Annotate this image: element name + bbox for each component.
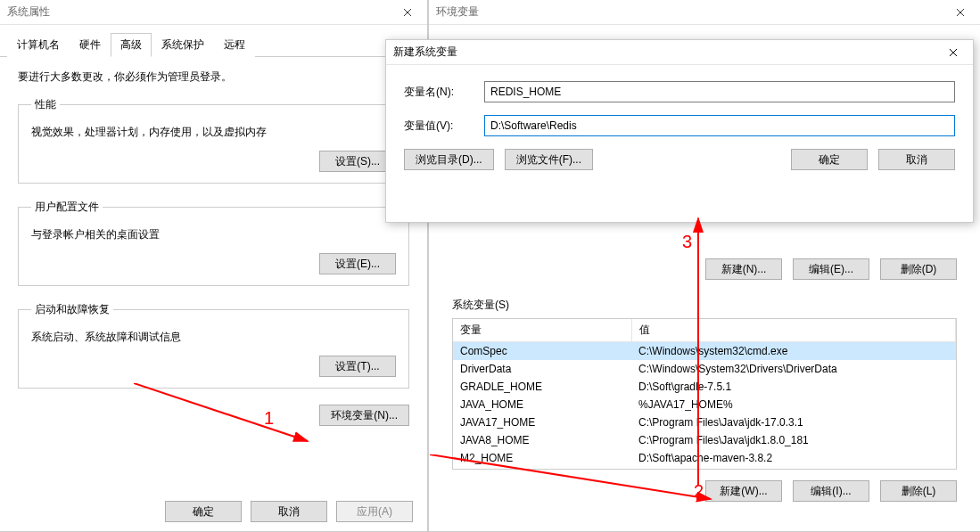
tab-remote[interactable]: 远程 xyxy=(214,33,255,57)
system-edit-button[interactable]: 编辑(I)... xyxy=(793,480,869,502)
user-vars-buttons: 新建(N)... 编辑(E)... 删除(D) xyxy=(452,258,957,280)
user-delete-button[interactable]: 删除(D) xyxy=(880,258,957,280)
cancel-button[interactable]: 取消 xyxy=(251,501,327,522)
close-icon xyxy=(403,8,412,17)
performance-desc: 视觉效果，处理器计划，内存使用，以及虚拟内存 xyxy=(31,125,396,140)
user-new-button[interactable]: 新建(N)... xyxy=(705,258,782,280)
variable-name-input[interactable] xyxy=(484,81,955,102)
advanced-panel: 要进行大多数更改，你必须作为管理员登录。 性能 视觉效果，处理器计划，内存使用，… xyxy=(0,57,427,435)
variable-value-input[interactable] xyxy=(484,115,955,136)
table-row[interactable]: GRADLE_HOMED:\Soft\gradle-7.5.1 xyxy=(453,378,956,396)
new-system-variable-dialog: 新建系统变量 变量名(N): 变量值(V): 浏览目录(D)... 浏览文件(F… xyxy=(385,39,974,223)
annotation-number-2: 2 xyxy=(694,481,704,502)
cell-variable: JAVA_HOME xyxy=(453,396,631,413)
tab-hardware[interactable]: 硬件 xyxy=(70,33,111,57)
variable-name-label: 变量名(N): xyxy=(404,85,484,100)
close-icon xyxy=(949,48,958,57)
startup-recovery-group: 启动和故障恢复 系统启动、系统故障和调试信息 设置(T)... xyxy=(18,302,409,389)
window-title: 环境变量 xyxy=(436,4,479,20)
browse-file-button[interactable]: 浏览文件(F)... xyxy=(505,149,593,170)
close-button[interactable] xyxy=(387,0,427,25)
user-profiles-desc: 与登录帐户相关的桌面设置 xyxy=(31,227,396,242)
cell-value: C:\Windows\System32\Drivers\DriverData xyxy=(631,360,956,378)
tab-advanced[interactable]: 高级 xyxy=(111,33,152,57)
admin-note: 要进行大多数更改，你必须作为管理员登录。 xyxy=(18,70,409,85)
cell-value: D:\Soft\gradle-7.5.1 xyxy=(631,378,956,396)
startup-recovery-settings-button[interactable]: 设置(T)... xyxy=(319,356,396,377)
cell-variable: JAVA8_HOME xyxy=(453,431,631,449)
cancel-button[interactable]: 取消 xyxy=(878,149,955,170)
table-row[interactable]: JAVA_HOME%JAVA17_HOME% xyxy=(453,396,956,413)
titlebar: 系统属性 xyxy=(0,0,427,25)
dialog-buttons: 确定 取消 应用(A) xyxy=(165,501,413,522)
dialog-title: 新建系统变量 xyxy=(393,45,457,60)
cell-variable: M2_HOME xyxy=(453,449,631,467)
col-variable[interactable]: 变量 xyxy=(453,319,631,342)
tab-strip: 计算机名 硬件 高级 系统保护 远程 xyxy=(0,27,427,57)
cell-variable: DriverData xyxy=(453,360,631,378)
table-row[interactable]: JAVA17_HOMEC:\Program Files\Java\jdk-17.… xyxy=(453,413,956,431)
close-button[interactable] xyxy=(933,40,973,65)
startup-recovery-desc: 系统启动、系统故障和调试信息 xyxy=(31,330,396,345)
system-vars-table[interactable]: 变量 值 ComSpecC:\Windows\system32\cmd.exeD… xyxy=(452,318,957,470)
close-button[interactable] xyxy=(940,0,980,25)
close-icon xyxy=(956,8,965,17)
performance-group: 性能 视觉效果，处理器计划，内存使用，以及虚拟内存 设置(S)... xyxy=(18,97,409,184)
system-delete-button[interactable]: 删除(L) xyxy=(880,480,957,502)
table-row[interactable]: JAVA8_HOMEC:\Program Files\Java\jdk1.8.0… xyxy=(453,431,956,449)
titlebar: 环境变量 xyxy=(429,0,980,25)
user-profiles-legend: 用户配置文件 xyxy=(31,200,103,215)
ok-button[interactable]: 确定 xyxy=(165,501,242,522)
table-row[interactable]: DriverDataC:\Windows\System32\Drivers\Dr… xyxy=(453,360,956,378)
cell-value: %JAVA17_HOME% xyxy=(631,396,956,413)
cell-value: C:\Windows\system32\cmd.exe xyxy=(631,342,956,361)
tab-computer-name[interactable]: 计算机名 xyxy=(7,33,70,57)
cell-value: C:\Program Files\Java\jdk1.8.0_181 xyxy=(631,431,956,449)
system-vars-label: 系统变量(S) xyxy=(452,298,957,313)
ok-button[interactable]: 确定 xyxy=(791,149,868,170)
user-profiles-settings-button[interactable]: 设置(E)... xyxy=(319,253,396,274)
startup-recovery-legend: 启动和故障恢复 xyxy=(31,302,113,317)
col-value[interactable]: 值 xyxy=(631,319,956,342)
system-vars-buttons: 新建(W)... 编辑(I)... 删除(L) xyxy=(452,480,957,502)
tab-system-protection[interactable]: 系统保护 xyxy=(152,33,214,57)
annotation-number-1: 1 xyxy=(264,408,274,429)
apply-button: 应用(A) xyxy=(336,501,413,522)
browse-directory-button[interactable]: 浏览目录(D)... xyxy=(404,149,494,170)
system-new-button[interactable]: 新建(W)... xyxy=(705,480,782,502)
titlebar: 新建系统变量 xyxy=(386,40,973,65)
cell-value: C:\Program Files\Java\jdk-17.0.3.1 xyxy=(631,413,956,431)
variable-value-label: 变量值(V): xyxy=(404,119,484,134)
cell-variable: ComSpec xyxy=(453,342,631,361)
window-title: 系统属性 xyxy=(7,4,50,20)
performance-legend: 性能 xyxy=(31,97,60,112)
user-profiles-group: 用户配置文件 与登录帐户相关的桌面设置 设置(E)... xyxy=(18,200,409,286)
user-edit-button[interactable]: 编辑(E)... xyxy=(793,258,869,280)
cell-value: D:\Soft\apache-maven-3.8.2 xyxy=(631,449,956,467)
annotation-number-3: 3 xyxy=(682,232,692,252)
table-row[interactable]: ComSpecC:\Windows\system32\cmd.exe xyxy=(453,342,956,361)
system-properties-window: 系统属性 计算机名 硬件 高级 系统保护 远程 要进行大多数更改，你必须作为管理… xyxy=(0,0,428,532)
cell-variable: JAVA17_HOME xyxy=(453,413,631,431)
table-row[interactable]: M2_HOMED:\Soft\apache-maven-3.8.2 xyxy=(453,449,956,467)
cell-variable: GRADLE_HOME xyxy=(453,378,631,396)
dialog-body: 变量名(N): 变量值(V): 浏览目录(D)... 浏览文件(F)... 确定… xyxy=(386,65,973,183)
environment-variables-button[interactable]: 环境变量(N)... xyxy=(319,405,409,426)
